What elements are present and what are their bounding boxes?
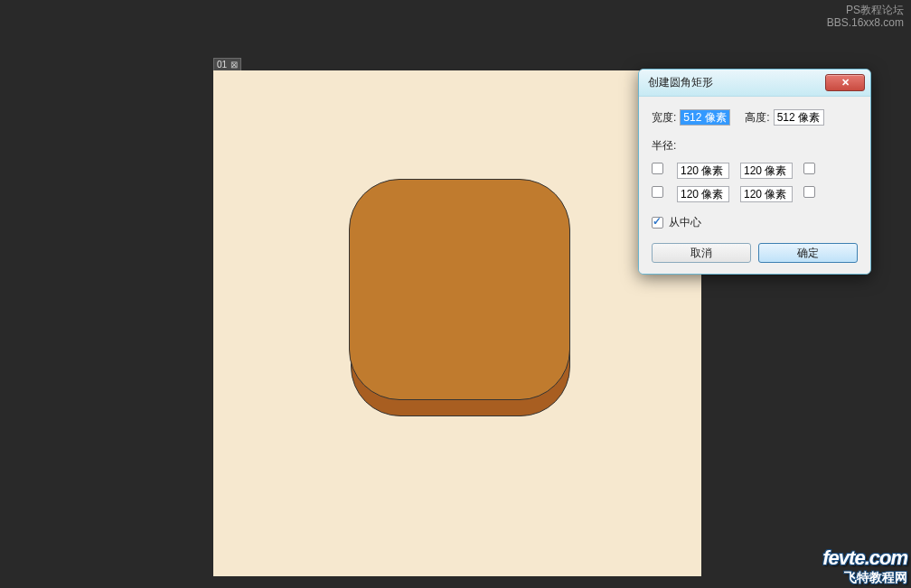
link-tr-checkbox[interactable] xyxy=(803,163,815,174)
ok-button[interactable]: 确定 xyxy=(758,243,858,263)
canvas-tab-label: 01 xyxy=(217,60,227,70)
width-label: 宽度: xyxy=(652,110,676,126)
from-center-row: 从中心 xyxy=(652,215,858,230)
dimensions-row: 宽度: 高度: xyxy=(652,109,858,126)
radius-br-input[interactable] xyxy=(740,186,793,202)
canvas-area[interactable] xyxy=(213,70,701,576)
create-rounded-rect-dialog: 创建圆角矩形 ✕ 宽度: 高度: 半径: 从中心 xyxy=(638,69,871,275)
radius-tr-input[interactable] xyxy=(740,163,793,179)
height-input[interactable] xyxy=(774,109,824,126)
dialog-close-button[interactable]: ✕ xyxy=(825,74,865,91)
link-bl-checkbox[interactable] xyxy=(652,186,663,198)
ok-button-label: 确定 xyxy=(797,246,819,261)
link-tl-checkbox[interactable] xyxy=(652,163,663,174)
width-input[interactable] xyxy=(680,109,730,126)
radius-tl-input[interactable] xyxy=(677,163,729,179)
site-subtitle: 飞特教程网 xyxy=(822,570,907,586)
close-icon[interactable]: ⊠ xyxy=(230,60,238,70)
cancel-button[interactable]: 取消 xyxy=(652,243,751,263)
watermark-line1: PS教程论坛 xyxy=(827,4,904,16)
radius-label: 半径: xyxy=(652,138,858,154)
dialog-title: 创建圆角矩形 xyxy=(648,75,825,90)
dialog-titlebar[interactable]: 创建圆角矩形 ✕ xyxy=(639,70,870,97)
close-x-icon: ✕ xyxy=(841,77,850,89)
link-br-checkbox[interactable] xyxy=(803,186,815,198)
rounded-rect-shape[interactable] xyxy=(349,179,570,400)
site-logo: fevte.com xyxy=(822,546,907,570)
from-center-checkbox[interactable] xyxy=(652,217,663,229)
from-center-label: 从中心 xyxy=(669,215,701,230)
dialog-buttons: 取消 确定 xyxy=(652,243,858,263)
radius-bl-input[interactable] xyxy=(677,186,729,202)
radius-grid xyxy=(652,163,858,202)
watermark-top: PS教程论坛 BBS.16xx8.com xyxy=(827,4,904,29)
cancel-button-label: 取消 xyxy=(690,246,712,261)
dialog-body: 宽度: 高度: 半径: 从中心 取消 确定 xyxy=(639,97,870,274)
height-label: 高度: xyxy=(745,110,769,126)
watermark-line2: BBS.16xx8.com xyxy=(827,16,904,29)
canvas-tab[interactable]: 01 ⊠ xyxy=(213,58,241,71)
watermark-bottom: fevte.com 飞特教程网 xyxy=(822,546,907,586)
